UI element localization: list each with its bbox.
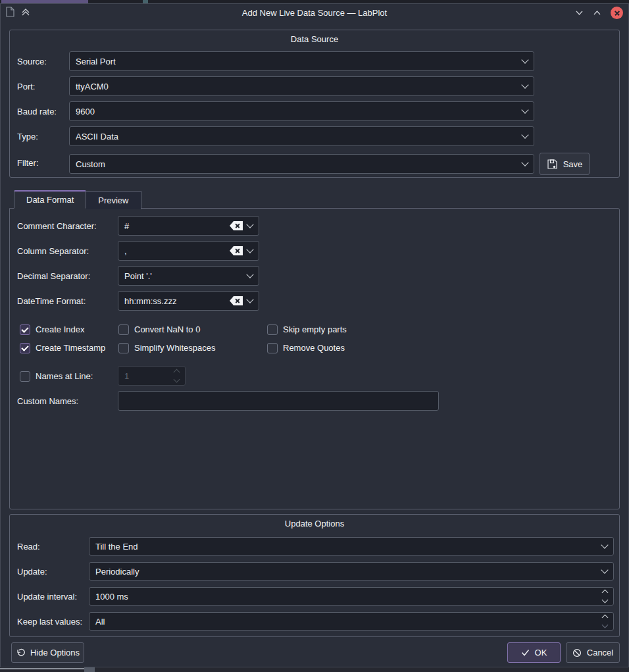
hide-options-label: Hide Options: [30, 648, 80, 658]
spinner-arrows-icon[interactable]: [603, 615, 607, 627]
checkbox-box[interactable]: [267, 324, 278, 335]
clear-text-icon[interactable]: [230, 221, 243, 230]
type-combobox[interactable]: ASCII Data: [69, 126, 534, 146]
keep-last-values-spinbox[interactable]: All: [89, 612, 614, 631]
custom-names-input[interactable]: [118, 391, 439, 411]
checkbox-box[interactable]: [20, 343, 30, 353]
filter-label: Filter:: [17, 153, 39, 172]
chevron-down-icon: [601, 566, 608, 573]
update-options-group: Update Options Read: Till the End Update…: [9, 514, 620, 637]
chevron-down-icon: [246, 296, 253, 303]
window-title: Add New Live Data Source — LabPlot: [1, 4, 628, 22]
save-icon: [547, 159, 558, 170]
check-icon: [21, 325, 28, 332]
chevron-down-icon: [246, 220, 253, 228]
update-combobox[interactable]: Periodically: [89, 562, 614, 581]
chevron-down-icon: [521, 159, 528, 166]
background-window-line: [0, 668, 84, 669]
ok-label: OK: [535, 648, 547, 658]
update-label: Update:: [17, 562, 47, 581]
spinner-arrows-icon: [174, 370, 179, 382]
datetime-format-label: DateTime Format:: [17, 291, 86, 311]
update-interval-label: Update interval:: [17, 587, 77, 606]
update-options-group-title: Update Options: [10, 519, 619, 529]
datetime-format-combobox[interactable]: hh:mm:ss.zzz: [118, 291, 259, 311]
chevron-down-icon: [521, 131, 528, 138]
port-combobox[interactable]: ttyACM0: [69, 76, 534, 96]
read-combobox[interactable]: Till the End: [89, 537, 614, 556]
create-index-checkbox[interactable]: Create Index: [20, 324, 84, 335]
decimal-separator-combobox[interactable]: Point '.': [118, 266, 259, 286]
add-live-data-source-dialog: Add New Live Data Source — LabPlot Data …: [0, 3, 629, 667]
filter-combobox[interactable]: Custom: [69, 154, 534, 174]
ok-button[interactable]: OK: [507, 642, 561, 663]
check-icon: [521, 649, 530, 656]
data-source-group-title: Data Source: [10, 34, 619, 44]
simplify-whitespaces-checkbox[interactable]: Simplify Whitespaces: [118, 342, 216, 353]
data-format-pane: Comment Character: # Column Separator: ,…: [9, 208, 620, 509]
column-separator-label: Column Separator:: [17, 241, 89, 261]
comment-character-label: Comment Character:: [17, 216, 97, 236]
maximize-icon[interactable]: [593, 10, 601, 16]
save-button-label: Save: [563, 159, 583, 169]
undo-arrow-icon: [16, 648, 25, 658]
clear-text-icon[interactable]: [230, 296, 243, 305]
read-label: Read:: [17, 537, 40, 556]
keep-last-values-label: Keep last values:: [17, 612, 82, 631]
update-interval-spinbox[interactable]: 1000 ms: [89, 587, 614, 606]
baud-rate-combobox[interactable]: 9600: [69, 101, 534, 121]
custom-names-label: Custom Names:: [17, 391, 78, 411]
cancel-circle-icon: [572, 648, 582, 658]
check-icon: [21, 344, 28, 351]
cancel-button[interactable]: Cancel: [566, 642, 620, 663]
names-at-line-checkbox[interactable]: Names at Line:: [20, 371, 93, 382]
column-separator-combobox[interactable]: ,: [118, 241, 259, 261]
checkbox-box[interactable]: [267, 343, 278, 353]
type-label: Type:: [17, 126, 38, 146]
chevron-down-icon: [246, 246, 253, 253]
port-label: Port:: [17, 76, 35, 96]
chevron-down-icon: [521, 81, 528, 88]
tab-data-format[interactable]: Data Format: [14, 190, 86, 209]
cancel-label: Cancel: [587, 648, 613, 658]
save-filter-button[interactable]: Save: [540, 153, 590, 175]
checkbox-box[interactable]: [20, 371, 30, 382]
skip-empty-parts-checkbox[interactable]: Skip empty parts: [267, 324, 347, 335]
chevron-down-icon: [521, 56, 528, 63]
remove-quotes-checkbox[interactable]: Remove Quotes: [267, 342, 345, 353]
chevron-down-icon: [246, 271, 253, 278]
tab-preview[interactable]: Preview: [86, 191, 141, 209]
source-combobox[interactable]: Serial Port: [69, 51, 534, 71]
comment-character-combobox[interactable]: #: [118, 216, 259, 236]
minimize-icon[interactable]: [575, 10, 584, 16]
decimal-separator-label: Decimal Separator:: [17, 266, 90, 286]
data-source-group: Data Source Source: Serial Port Port: tt…: [9, 30, 620, 178]
titlebar[interactable]: Add New Live Data Source — LabPlot: [1, 4, 628, 22]
convert-nan-checkbox[interactable]: Convert NaN to 0: [118, 324, 200, 335]
checkbox-box[interactable]: [20, 324, 30, 335]
checkbox-box[interactable]: [118, 324, 129, 335]
checkbox-box[interactable]: [118, 343, 129, 353]
background-window-block: [84, 667, 95, 672]
chevron-down-icon: [521, 106, 528, 113]
names-at-line-spinbox: 1: [118, 366, 186, 386]
hide-options-button[interactable]: Hide Options: [11, 642, 84, 663]
spinner-arrows-icon[interactable]: [603, 590, 607, 602]
close-button[interactable]: [611, 7, 623, 19]
clear-text-icon[interactable]: [230, 246, 243, 255]
source-label: Source:: [17, 51, 47, 71]
tab-bar: Data Format Preview: [14, 190, 141, 209]
create-timestamp-checkbox[interactable]: Create Timestamp: [20, 342, 105, 353]
baud-rate-label: Baud rate:: [17, 101, 57, 121]
chevron-down-icon: [601, 541, 608, 548]
